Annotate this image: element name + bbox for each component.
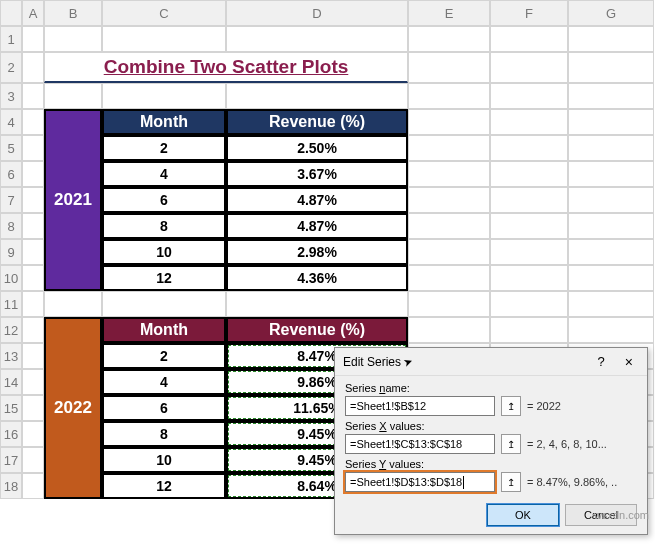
table1-rev[interactable]: 4.87%: [226, 187, 408, 213]
cell[interactable]: [490, 26, 568, 52]
cell[interactable]: [568, 135, 654, 161]
cell[interactable]: [490, 213, 568, 239]
page-title[interactable]: Combine Two Scatter Plots: [44, 52, 408, 83]
cell[interactable]: [44, 26, 102, 52]
cell[interactable]: [490, 109, 568, 135]
cell[interactable]: [408, 52, 490, 83]
table2-month[interactable]: 2: [102, 343, 226, 369]
table1-month[interactable]: 10: [102, 239, 226, 265]
col-header-G[interactable]: G: [568, 0, 654, 26]
table1-month-header[interactable]: Month: [102, 109, 226, 135]
table1-rev[interactable]: 4.87%: [226, 213, 408, 239]
collapse-dialog-icon[interactable]: ↥: [501, 472, 521, 492]
col-header-E[interactable]: E: [408, 0, 490, 26]
cell[interactable]: [22, 187, 44, 213]
cell[interactable]: [44, 291, 102, 317]
table2-month[interactable]: 8: [102, 421, 226, 447]
cell[interactable]: [22, 473, 44, 499]
table1-month[interactable]: 8: [102, 213, 226, 239]
select-all-corner[interactable]: [0, 0, 22, 26]
cell[interactable]: [408, 213, 490, 239]
col-header-B[interactable]: B: [44, 0, 102, 26]
cell[interactable]: [490, 52, 568, 83]
series-x-input[interactable]: =Sheet1!$C$13:$C$18: [345, 434, 495, 454]
row-header-15[interactable]: 15: [0, 395, 22, 421]
dialog-help-button[interactable]: ?: [598, 354, 605, 369]
col-header-D[interactable]: D: [226, 0, 408, 26]
cell[interactable]: [490, 239, 568, 265]
cell[interactable]: [568, 83, 654, 109]
table2-month[interactable]: 10: [102, 447, 226, 473]
cell[interactable]: [22, 369, 44, 395]
cell[interactable]: [568, 239, 654, 265]
cell[interactable]: [22, 109, 44, 135]
dialog-close-button[interactable]: ×: [619, 354, 639, 370]
row-header-5[interactable]: 5: [0, 135, 22, 161]
table1-rev[interactable]: 4.36%: [226, 265, 408, 291]
cell[interactable]: [490, 135, 568, 161]
cell[interactable]: [568, 52, 654, 83]
year-label-2022[interactable]: 2022: [44, 317, 102, 499]
cell[interactable]: [226, 83, 408, 109]
row-header-9[interactable]: 9: [0, 239, 22, 265]
row-header-14[interactable]: 14: [0, 369, 22, 395]
cell[interactable]: [408, 26, 490, 52]
cell[interactable]: [490, 161, 568, 187]
cell[interactable]: [408, 317, 490, 343]
table1-rev[interactable]: 2.50%: [226, 135, 408, 161]
cell[interactable]: [22, 239, 44, 265]
cell[interactable]: [408, 187, 490, 213]
row-header-6[interactable]: 6: [0, 161, 22, 187]
cell[interactable]: [102, 26, 226, 52]
table1-rev[interactable]: 2.98%: [226, 239, 408, 265]
cell[interactable]: [22, 343, 44, 369]
cell[interactable]: [490, 83, 568, 109]
row-header-7[interactable]: 7: [0, 187, 22, 213]
cell[interactable]: [102, 291, 226, 317]
ok-button[interactable]: OK: [487, 504, 559, 526]
cell[interactable]: [226, 26, 408, 52]
table1-month[interactable]: 4: [102, 161, 226, 187]
row-header-3[interactable]: 3: [0, 83, 22, 109]
cell[interactable]: [22, 317, 44, 343]
cell[interactable]: [226, 291, 408, 317]
year-label-2021[interactable]: 2021: [44, 109, 102, 291]
cell[interactable]: [22, 135, 44, 161]
row-header-12[interactable]: 12: [0, 317, 22, 343]
table1-revenue-header[interactable]: Revenue (%): [226, 109, 408, 135]
cell[interactable]: [22, 52, 44, 83]
series-name-input[interactable]: =Sheet1!$B$12: [345, 396, 495, 416]
cell[interactable]: [408, 161, 490, 187]
cell[interactable]: [408, 135, 490, 161]
cell[interactable]: [568, 109, 654, 135]
cell[interactable]: [568, 213, 654, 239]
row-header-2[interactable]: 2: [0, 52, 22, 83]
cell[interactable]: [568, 187, 654, 213]
cell[interactable]: [490, 265, 568, 291]
cell[interactable]: [44, 83, 102, 109]
table2-month[interactable]: 6: [102, 395, 226, 421]
collapse-dialog-icon[interactable]: ↥: [501, 396, 521, 416]
table1-month[interactable]: 6: [102, 187, 226, 213]
cell[interactable]: [22, 213, 44, 239]
table2-revenue-header[interactable]: Revenue (%): [226, 317, 408, 343]
cell[interactable]: [102, 83, 226, 109]
col-header-C[interactable]: C: [102, 0, 226, 26]
cell[interactable]: [568, 265, 654, 291]
table2-month-header[interactable]: Month: [102, 317, 226, 343]
cell[interactable]: [490, 317, 568, 343]
row-header-13[interactable]: 13: [0, 343, 22, 369]
cell[interactable]: [568, 161, 654, 187]
collapse-dialog-icon[interactable]: ↥: [501, 434, 521, 454]
row-header-4[interactable]: 4: [0, 109, 22, 135]
col-header-A[interactable]: A: [22, 0, 44, 26]
table1-rev[interactable]: 3.67%: [226, 161, 408, 187]
cell[interactable]: [408, 239, 490, 265]
col-header-F[interactable]: F: [490, 0, 568, 26]
row-header-10[interactable]: 10: [0, 265, 22, 291]
row-header-1[interactable]: 1: [0, 26, 22, 52]
cell[interactable]: [22, 83, 44, 109]
cell[interactable]: [568, 317, 654, 343]
cell[interactable]: [490, 187, 568, 213]
cell[interactable]: [22, 421, 44, 447]
